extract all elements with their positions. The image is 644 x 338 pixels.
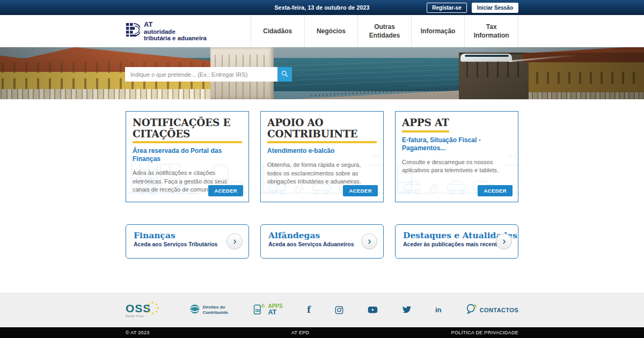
link-subtitle: Aceda aos Serviços Tributários bbox=[134, 241, 241, 247]
card-title: NOTIFICAÇÕES E CITAÇÕES bbox=[133, 117, 242, 143]
card-financas[interactable]: Finanças Aceda aos Serviços Tributários bbox=[126, 224, 249, 259]
search-icon bbox=[281, 70, 289, 79]
main-nav: Cidadãos Negócios Outras Entidades Infor… bbox=[251, 15, 518, 47]
card-title: APOIO AO CONTRIBUINTE bbox=[267, 117, 377, 143]
youtube-icon[interactable] bbox=[368, 306, 378, 314]
card-subtitle[interactable]: Atendimento e-balcão bbox=[267, 147, 377, 155]
card-body: Consulte e descarregue os nossos aplicat… bbox=[402, 158, 511, 174]
aceder-button-apps[interactable]: ACEDER bbox=[478, 185, 513, 196]
card-apoio: APOIO AO CONTRIBUINTE Atendimento e-balc… bbox=[260, 111, 384, 202]
chevron-right-icon[interactable] bbox=[496, 233, 512, 249]
direitos-do-contribuinte-logo[interactable]: Direitos doContribuinte bbox=[189, 304, 229, 317]
main-content: NOTIFICAÇÕES E CITAÇÕES Área reservada d… bbox=[126, 111, 518, 259]
footer: OSS Balcão Único ★★ ★★ ★★ ★★ Direi bbox=[0, 292, 644, 327]
contactos-link[interactable]: CONTACTOS bbox=[466, 304, 518, 317]
logo-line2: tributária e aduaneira bbox=[144, 35, 207, 41]
nav-item-informacao[interactable]: Informação bbox=[411, 15, 465, 47]
direitos-label: Direitos doContribuinte bbox=[203, 305, 229, 315]
link-subtitle: Aceda aos Serviços Aduaneiros bbox=[268, 241, 376, 247]
eu-stars-icon: ★★ ★★ ★★ ★★ bbox=[146, 301, 160, 315]
login-button[interactable]: Iniciar Sessão bbox=[472, 3, 518, 13]
hero-overlay bbox=[0, 47, 644, 99]
link-title: Destaques e Atualidades bbox=[403, 231, 510, 240]
search-input[interactable] bbox=[125, 67, 277, 82]
instagram-icon[interactable] bbox=[335, 306, 343, 314]
link-cards-row: Finanças Aceda aos Serviços Tributários … bbox=[126, 224, 518, 259]
portal-das-financas-page: Sexta-feira, 13 de outubro de 2023 Regis… bbox=[0, 0, 644, 338]
oss-logo[interactable]: OSS Balcão Único ★★ ★★ ★★ ★★ bbox=[126, 303, 165, 318]
apps-at-logo[interactable]: APPS AT bbox=[252, 303, 282, 318]
at-logo[interactable]: AT autoridade tributária e aduaneira bbox=[126, 21, 207, 41]
chevron-right-icon[interactable] bbox=[361, 233, 377, 249]
at-epd-link[interactable]: AT EPD bbox=[291, 330, 309, 335]
card-alfandegas[interactable]: Alfândegas Aceda aos Serviços Aduaneiros bbox=[260, 224, 384, 259]
card-apps-at: APPS AT E-fatura, Situação Fiscal - Paga… bbox=[395, 111, 518, 202]
at-logo-text: AT autoridade tributária e aduaneira bbox=[144, 21, 207, 41]
link-subtitle: Aceder às publicações mais recentes bbox=[403, 241, 510, 247]
apps-at-label: APPS AT bbox=[268, 304, 282, 317]
search-button[interactable] bbox=[277, 67, 292, 82]
search-bar bbox=[125, 67, 292, 82]
linkedin-icon[interactable]: in bbox=[435, 306, 442, 314]
card-destaques[interactable]: Destaques e Atualidades Aceder às public… bbox=[395, 224, 518, 259]
facebook-icon[interactable]: f bbox=[307, 305, 311, 315]
feature-cards-row: NOTIFICAÇÕES E CITAÇÕES Área reservada d… bbox=[126, 111, 518, 202]
nav-item-outras-entidades[interactable]: Outras Entidades bbox=[357, 15, 411, 47]
aceder-button-apoio[interactable]: ACEDER bbox=[343, 185, 378, 196]
link-title: Finanças bbox=[134, 231, 241, 240]
card-subtitle[interactable]: Área reservada do Portal das Finanças bbox=[133, 147, 242, 163]
card-title: APPS AT bbox=[402, 117, 449, 133]
link-title: Alfândegas bbox=[268, 231, 376, 240]
logo-acronym: AT bbox=[144, 21, 207, 28]
at-logo-icon bbox=[126, 21, 140, 40]
nav-item-tax-information[interactable]: Tax Information bbox=[464, 15, 518, 47]
bottom-bar: © AT 2023 AT EPD POLÍTICA DE PRIVACIDADE bbox=[0, 327, 644, 338]
register-button[interactable]: Registar-se bbox=[427, 3, 466, 13]
twitter-icon[interactable] bbox=[402, 306, 411, 314]
contactos-bubble-icon bbox=[466, 304, 478, 317]
card-body: Obtenha, de forma rápida e segura, todos… bbox=[267, 161, 377, 186]
top-bar: Sexta-feira, 13 de outubro de 2023 Regis… bbox=[0, 0, 644, 15]
direitos-globe-icon bbox=[189, 304, 200, 317]
privacy-policy-link[interactable]: POLÍTICA DE PRIVACIDADE bbox=[451, 330, 518, 335]
logo-line1: autoridade bbox=[144, 28, 207, 35]
card-notificacoes: NOTIFICAÇÕES E CITAÇÕES Área reservada d… bbox=[126, 111, 249, 202]
aceder-button-notificacoes[interactable]: ACEDER bbox=[208, 185, 243, 196]
chevron-right-icon[interactable] bbox=[226, 233, 243, 249]
contactos-label: CONTACTOS bbox=[480, 307, 518, 313]
hero-banner bbox=[0, 47, 644, 99]
nav-item-negocios[interactable]: Negócios bbox=[304, 15, 358, 47]
copyright-text: © AT 2023 bbox=[126, 330, 150, 335]
apps-phone-icon bbox=[252, 303, 265, 318]
header: AT autoridade tributária e aduaneira Cid… bbox=[0, 15, 644, 47]
nav-item-cidadaos[interactable]: Cidadãos bbox=[251, 15, 304, 47]
card-subtitle[interactable]: E-fatura, Situação Fiscal - Pagamentos..… bbox=[402, 136, 511, 152]
